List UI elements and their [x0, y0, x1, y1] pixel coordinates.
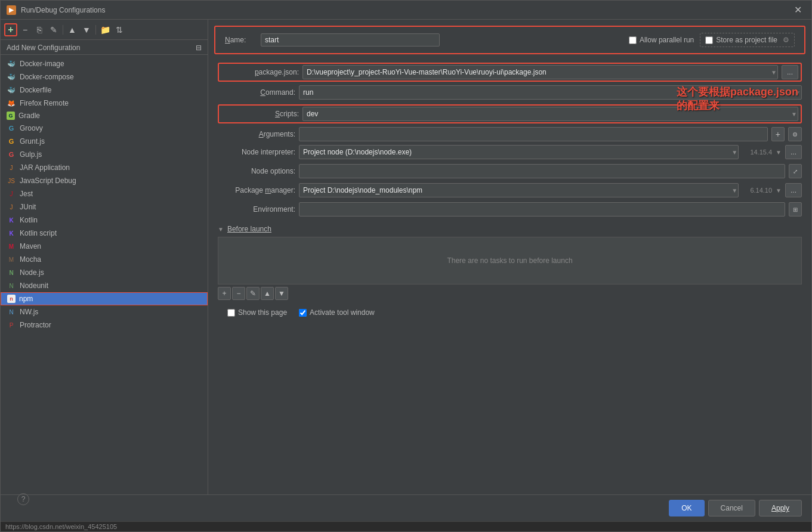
sidebar-item-jar-application[interactable]: J JAR Application	[1, 161, 208, 174]
sidebar-item-kotlin[interactable]: K Kotlin	[1, 214, 208, 227]
collapse-icon[interactable]: ⊟	[196, 44, 202, 52]
nodejs-icon: N	[7, 268, 16, 277]
sidebar-item-label: JUnit	[20, 203, 36, 211]
sidebar-item-docker-compose[interactable]: 🐳 Docker-compose	[1, 70, 208, 83]
sidebar-item-label: Groovy	[20, 124, 43, 132]
allow-parallel-checkbox-label: Allow parallel run	[629, 36, 694, 44]
package-manager-row: Package manager: Project D:\nodejs\node_…	[218, 183, 802, 197]
sidebar-item-kotlin-script[interactable]: K Kotlin script	[1, 227, 208, 240]
sidebar-item-firefox-remote[interactable]: 🦊 Firefox Remote	[1, 97, 208, 110]
allow-parallel-checkbox[interactable]	[629, 36, 637, 44]
sort-button[interactable]: ⇅	[113, 23, 126, 36]
package-json-browse-button[interactable]: ...	[782, 65, 798, 79]
add-configuration-button[interactable]: +	[4, 23, 17, 36]
move-down-button[interactable]: ▼	[80, 23, 93, 36]
apply-button[interactable]: Apply	[759, 500, 802, 516]
folder-button[interactable]: 📁	[98, 23, 112, 36]
remove-configuration-button[interactable]: −	[18, 23, 32, 36]
sidebar-item-nodeunit[interactable]: N Nodeunit	[1, 279, 208, 292]
node-interpreter-label: Node interpreter:	[218, 148, 295, 156]
sidebar-item-label: Grunt.js	[20, 137, 45, 146]
before-launch-remove-button[interactable]: −	[232, 287, 245, 300]
sidebar-item-protractor[interactable]: P Protractor	[1, 318, 208, 332]
ok-button[interactable]: OK	[669, 500, 704, 516]
before-launch-down-button[interactable]: ▼	[275, 287, 288, 300]
show-page-text: Show this page	[238, 308, 287, 317]
protractor-icon: P	[7, 320, 16, 330]
sidebar-item-junit[interactable]: J JUnit	[1, 200, 208, 214]
sidebar-item-gradle[interactable]: G Gradle	[1, 110, 208, 122]
node-version-dropdown[interactable]: ▼	[776, 149, 782, 156]
add-new-config-header: Add New Configuration ⊟	[1, 40, 208, 55]
before-launch-up-button[interactable]: ▲	[261, 287, 274, 300]
sidebar-item-nodejs[interactable]: N Node.js	[1, 266, 208, 279]
allow-parallel-text: Allow parallel run	[640, 36, 694, 44]
sidebar-item-label: Kotlin	[20, 216, 38, 224]
activate-tool-window-checkbox[interactable]	[299, 309, 307, 317]
package-manager-browse-button[interactable]: ...	[785, 183, 802, 197]
name-input[interactable]	[261, 33, 440, 47]
sidebar-item-label: Jest	[20, 190, 33, 198]
scripts-label: Scripts:	[221, 110, 299, 118]
cancel-button[interactable]: Cancel	[708, 500, 755, 516]
sidebar-item-grunt-js[interactable]: G Grunt.js	[1, 135, 208, 148]
scripts-input[interactable]	[302, 107, 798, 121]
arguments-input[interactable]	[299, 127, 768, 141]
move-up-button[interactable]: ▲	[66, 23, 79, 36]
node-options-input[interactable]	[299, 164, 785, 178]
run-debug-dialog: ▶ Run/Debug Configurations ✕ + − ⎘ ✎ ▲ ▼…	[0, 0, 812, 532]
add-new-config-label: Add New Configuration	[7, 44, 80, 52]
sidebar-item-dockerfile[interactable]: 🐳 Dockerfile	[1, 83, 208, 97]
node-options-expand-button[interactable]: ⤢	[789, 164, 802, 178]
sidebar-item-npm[interactable]: n npm	[1, 292, 208, 305]
docker-compose-icon: 🐳	[7, 72, 16, 82]
kotlin-icon: K	[7, 215, 16, 225]
kotlin-script-icon: K	[7, 228, 16, 238]
environment-browse-button[interactable]: ⊞	[789, 202, 802, 216]
mocha-icon: M	[7, 255, 16, 264]
package-manager-select[interactable]: Project D:\nodejs\node_modules\npm	[299, 183, 739, 197]
sidebar-item-label: npm	[19, 295, 33, 303]
command-label: Command:	[218, 88, 295, 97]
title-bar-left: ▶ Run/Debug Configurations	[7, 5, 105, 15]
package-manager-version-dropdown[interactable]: ▼	[776, 187, 782, 194]
sidebar-item-label: Mocha	[20, 255, 41, 264]
node-interpreter-browse-button[interactable]: ...	[785, 145, 802, 159]
command-row: Command: run ▼	[218, 85, 802, 100]
arguments-row: Arguments: + ⚙	[218, 127, 802, 141]
sidebar-item-label: NW.js	[20, 308, 38, 316]
edit-templates-button[interactable]: ✎	[47, 23, 60, 36]
store-as-project-checkbox[interactable]	[705, 36, 713, 44]
sidebar-item-jest[interactable]: J Jest	[1, 187, 208, 200]
package-json-input[interactable]	[302, 65, 778, 79]
package-manager-label: Package manager:	[218, 186, 295, 194]
sidebar-item-javascript-debug[interactable]: JS JavaScript Debug	[1, 174, 208, 187]
sidebar-item-docker-image[interactable]: 🐳 Docker-image	[1, 57, 208, 70]
node-interpreter-select[interactable]: Project node (D:\nodejs\node.exe)	[299, 145, 739, 159]
close-button[interactable]: ✕	[791, 3, 805, 17]
before-launch-edit-button[interactable]: ✎	[246, 287, 260, 300]
sidebar-item-label: JavaScript Debug	[20, 177, 76, 185]
sidebar-item-nw-js[interactable]: N NW.js	[1, 305, 208, 318]
sidebar-item-maven[interactable]: M Maven	[1, 240, 208, 253]
before-launch-triangle[interactable]: ▼	[218, 226, 224, 233]
arguments-add-button[interactable]: +	[771, 127, 785, 141]
before-launch-add-button[interactable]: +	[218, 287, 231, 300]
sidebar-item-mocha[interactable]: M Mocha	[1, 253, 208, 266]
command-select[interactable]: run	[299, 85, 802, 100]
help-button[interactable]: ?	[17, 493, 29, 505]
show-page-checkbox[interactable]	[227, 309, 235, 317]
copy-configuration-button[interactable]: ⎘	[33, 23, 46, 36]
dialog-title: Run/Debug Configurations	[21, 6, 105, 14]
arguments-options-button[interactable]: ⚙	[788, 127, 802, 141]
sidebar-item-gulp-js[interactable]: G Gulp.js	[1, 148, 208, 161]
sidebar-item-label: Gradle	[18, 112, 40, 120]
environment-input[interactable]	[299, 202, 785, 216]
gear-icon[interactable]: ⚙	[783, 36, 789, 44]
url-bar: https://blog.csdn.net/weixin_45425105	[1, 521, 811, 531]
sidebar-item-groovy[interactable]: G Groovy	[1, 122, 208, 135]
jar-icon: J	[7, 163, 16, 172]
firefox-icon: 🦊	[7, 98, 16, 108]
configuration-tree[interactable]: 🐳 Docker-image 🐳 Docker-compose 🐳 Docker…	[1, 55, 208, 494]
gradle-icon: G	[7, 112, 15, 120]
